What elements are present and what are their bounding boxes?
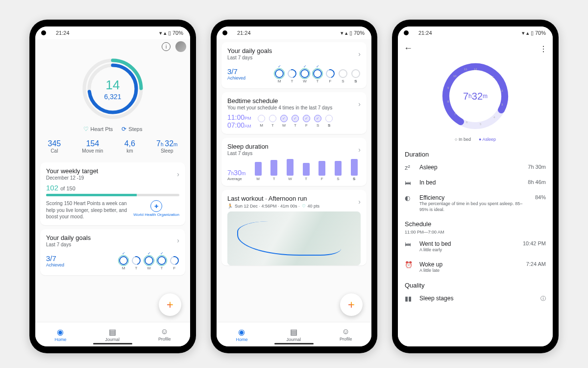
phone-1: 21:24 ▾ ▴ ▯ 70% i [29,20,196,353]
daily-goals-card[interactable]: Your daily goals Last 7 days › 3/7 Achie… [221,42,367,88]
wifi-icon: ▾ [341,30,343,36]
daily-goals-card[interactable]: Your daily goals Last 7 days › 3/7 Achie… [40,229,185,275]
camera-cutout [404,30,409,35]
more-button[interactable]: ⋯ [539,45,548,52]
row-inbed[interactable]: 🛏 In bed 8h 46m [398,175,553,190]
signal-icon: ▴ [526,30,529,36]
bed-in-icon: 🛏 [405,240,414,248]
stats-row: 345 Cal 154 Move min 4,6 km 7h 32m Sleep [35,137,190,159]
efficiency-val: 84% [535,194,546,200]
bars-icon: ▮▮ [405,295,414,302]
section-duration: Duration [398,147,553,160]
nav-profile[interactable]: ☺Profile [340,327,352,342]
heart-points-value: 14 [106,78,120,93]
sleep-duration-value: 7h 32m [439,59,512,133]
weekly-target-card[interactable]: Your weekly target December 12 -19 › 102… [40,162,185,225]
camera-cutout [41,30,46,35]
section-quality: Quality [398,278,553,291]
schedule-range: 11:00 PM—7:00 AM [398,230,553,237]
bed-icon: 🛏 [405,179,414,186]
nav-home[interactable]: ◉Home [54,327,66,342]
nav-journal[interactable]: ▤Journal [105,327,120,342]
content: Your daily goals Last 7 days › 3/7 Achie… [217,39,371,322]
nav-profile[interactable]: ☺Profile [158,327,171,342]
screen-home: 21:24 ▾ ▴ ▯ 70% i [35,26,190,346]
workout-map[interactable] [227,211,361,265]
fab-add[interactable]: + [159,293,181,316]
sleep-clock-ring[interactable]: 1212 345 678 91011 7h 32m [398,57,553,135]
row-asleep[interactable]: z² Asleep 7h 30m [398,160,553,175]
chevron-right-icon: › [177,170,179,178]
home-indicator[interactable] [274,343,314,344]
row-efficiency[interactable]: ◐ Efficiency The percentage of time in b… [398,190,553,216]
sleep-legend: ○ In bed ● Asleep [398,135,553,147]
who-badge: ✚ World Health Organization [133,200,179,217]
battery-icon: ▯ [349,30,352,36]
row-woke-up[interactable]: ⏰ Woke up A little late 7:24 AM [398,257,553,278]
card-title: Your weekly target [46,167,98,175]
sleep-avg-label: Average [227,177,245,181]
workout-meta: 🏃 Sun 12 Dec · 4:56PM · 41m 00s · ♡ 40 p… [227,204,319,209]
status-icons: ▾ ▴ ▯ 70% [341,30,365,36]
achieved-value: 3/7 [46,254,64,263]
journal-icon: ▤ [105,327,120,337]
target-score: 102 of 150 [46,184,179,192]
sleep-icon: z² [405,164,414,171]
route-line [237,221,341,256]
stat-move[interactable]: 154 Move min [82,139,103,154]
went-val: 10:42 PM [523,240,546,246]
steps-icon: ⟳ [122,126,126,132]
info-icon[interactable]: i [162,42,171,51]
journal-icon: ▤ [286,327,301,337]
last-workout-card[interactable]: Last workout · Afternoon run 🏃 Sun 12 De… [221,190,367,265]
detail-header: ← ⋯ [398,39,553,57]
achieved-value: 3/7 [227,67,245,76]
battery-pct: 70% [535,30,546,36]
who-logo-icon: ✚ [150,200,162,212]
card-dates: December 12 -19 [46,175,98,181]
bedtime-card[interactable]: Bedtime schedule You met your schedule 4… [221,92,367,134]
back-button[interactable]: ← [404,43,413,53]
day-circles: ✓M T ✓W ✓T F [119,251,179,270]
phone-2: 21:24 ▾ ▴ ▯ 70% Your daily goals Last 7 … [211,20,377,353]
legend-steps: Steps [128,126,142,132]
info-icon[interactable]: ⓘ [540,295,546,302]
heart-icon: ♡ [83,126,89,132]
status-icons: ▾ ▴ ▯ 70% [159,30,183,36]
row-went-to-bed[interactable]: 🛏 Went to bed A little early 10:42 PM [398,237,553,257]
battery-icon: ▯ [168,30,171,36]
battery-pct: 70% [172,30,183,36]
home-icon: ◉ [236,327,247,337]
stat-km[interactable]: 4,6 km [124,139,135,154]
legend-heart: Heart Pts [91,126,113,132]
status-bar: 21:24 ▾ ▴ ▯ 70% [398,26,553,39]
activity-ring[interactable]: 14 6,321 [35,54,190,122]
battery-icon: ▯ [531,30,534,36]
stat-cal[interactable]: 345 Cal [48,139,61,154]
nav-journal[interactable]: ▤Journal [286,327,301,342]
sleep-duration-card[interactable]: Sleep duration Last 7 days › 7h30m Avera… [221,138,367,186]
chevron-right-icon: › [358,198,361,206]
status-time: 21:24 [418,30,522,36]
battery-pct: 70% [354,30,365,36]
status-time: 21:24 [56,30,159,36]
screen-sleep-detail: 21:24 ▾ ▴ ▯ 70% ← ⋯ 1212 [398,26,553,346]
signal-icon: ▴ [164,30,167,36]
card-sub: You met your schedule 4 times in the las… [227,105,332,110]
row-sleep-stages[interactable]: ▮▮ Sleep stages ⓘ [398,291,553,306]
heart-icon: ♡ [302,204,306,209]
card-sub: Last 7 days [46,242,91,247]
phone-3: 21:24 ▾ ▴ ▯ 70% ← ⋯ 1212 [392,20,559,353]
screen-cards: 21:24 ▾ ▴ ▯ 70% Your daily goals Last 7 … [217,26,371,346]
fab-add[interactable]: + [340,293,363,316]
status-bar: 21:24 ▾ ▴ ▯ 70% [35,26,190,39]
avatar[interactable] [175,41,186,52]
home-indicator[interactable] [93,343,132,344]
stat-sleep[interactable]: 7h 32m Sleep [156,139,177,154]
card-title: Last workout · Afternoon run [227,195,319,202]
target-progress [46,194,179,196]
profile-icon: ☺ [158,327,171,336]
chevron-right-icon: › [358,100,361,108]
nav-home[interactable]: ◉Home [236,327,247,342]
inbed-val: 8h 46m [528,179,546,185]
